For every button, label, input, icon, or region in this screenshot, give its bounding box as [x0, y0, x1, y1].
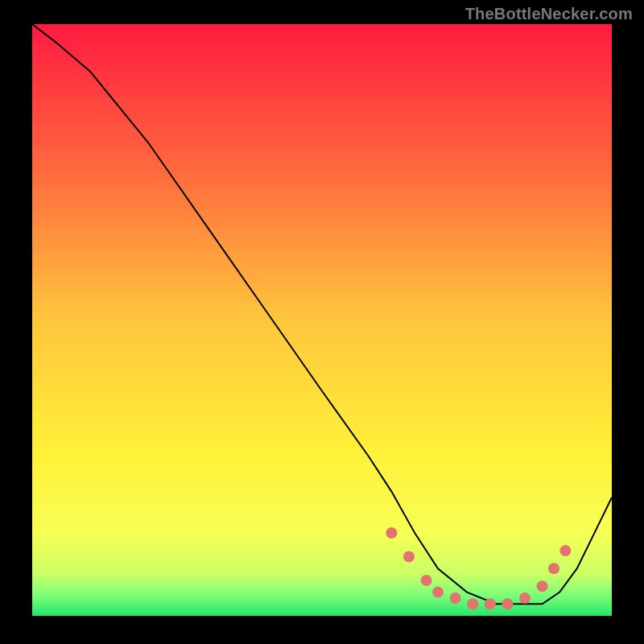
- bead-marker: [432, 587, 444, 598]
- bead-marker: [559, 545, 571, 556]
- bead-marker: [450, 592, 461, 604]
- bead-marker: [421, 575, 432, 586]
- gradient-background: [32, 24, 612, 616]
- bead-marker: [485, 598, 496, 609]
- chart-svg: [32, 24, 612, 616]
- bead-marker: [537, 580, 548, 592]
- chart-stage: TheBottleNecker.com: [0, 0, 644, 644]
- bead-marker: [386, 527, 397, 539]
- bead-marker: [403, 551, 415, 563]
- watermark-label: TheBottleNecker.com: [465, 5, 633, 23]
- plot-area: [32, 24, 612, 616]
- bead-marker: [502, 598, 513, 609]
- bead-marker: [519, 592, 530, 604]
- bead-marker: [548, 563, 559, 574]
- bead-marker: [467, 598, 478, 609]
